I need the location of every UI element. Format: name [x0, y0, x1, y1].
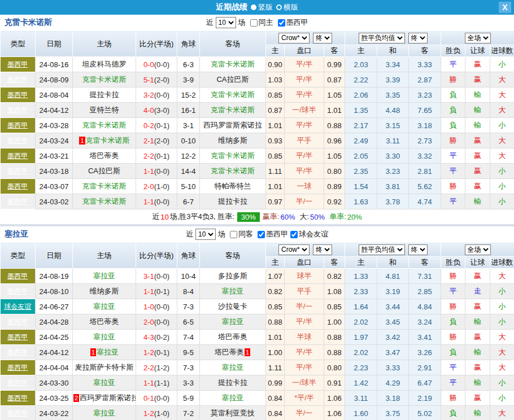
league-link[interactable]: 墨西甲: [7, 137, 28, 145]
league-link[interactable]: 墨西甲: [7, 198, 28, 205]
euro-away-odds: 7.31: [409, 269, 441, 284]
match-date: 24-08-19: [36, 269, 73, 284]
home-team: 克雷卡米诺斯: [73, 72, 136, 88]
league-link[interactable]: 墨西甲: [7, 379, 28, 387]
half-time-score: (0-1): [154, 152, 169, 160]
asia-home-odds: 0.87: [266, 103, 285, 118]
league-link[interactable]: 墨西甲: [7, 394, 28, 402]
layout-radio-landscape[interactable]: 横版: [276, 2, 298, 12]
euro-final-select[interactable]: 终: [408, 33, 428, 43]
euro-draw-odds: 3.11: [377, 133, 409, 148]
away-team: 塞拉亚: [200, 284, 266, 299]
same-venue-filter[interactable]: 同主: [248, 18, 273, 28]
handicap-text: 平/半: [296, 60, 313, 68]
match-date: 24-03-22: [36, 406, 73, 420]
league-link[interactable]: 球会友谊: [4, 303, 31, 310]
half-time-score: (1-1): [154, 379, 169, 387]
asia-home-odds: 0.93: [266, 133, 285, 148]
col-home: 主场: [73, 31, 136, 57]
league-link[interactable]: 墨西甲: [7, 60, 28, 68]
away-team: 塞拉亚: [200, 314, 266, 330]
league-link[interactable]: 墨西甲: [7, 364, 28, 371]
match-count-select[interactable]: 10: [216, 17, 236, 28]
league-link[interactable]: 墨西甲: [7, 152, 28, 160]
league-link[interactable]: 墨西甲: [7, 106, 28, 114]
result-goals: 小: [490, 194, 514, 209]
same-venue-checkbox[interactable]: [230, 231, 237, 238]
full-time-score: 1-2: [143, 348, 154, 357]
league-link[interactable]: 墨西甲: [7, 167, 28, 175]
league-checkbox[interactable]: [258, 231, 265, 238]
result-handicap: 赢: [465, 330, 490, 345]
league-link[interactable]: 墨西甲: [7, 318, 28, 326]
score: 3-2(0-0): [136, 88, 177, 103]
league-filter[interactable]: 墨西甲: [255, 229, 288, 239]
score: 1-1(0-0): [136, 164, 177, 179]
away-team: 维纳多斯: [200, 133, 266, 148]
scope-select[interactable]: 全场: [465, 244, 491, 255]
full-time-score: 0-2: [143, 121, 154, 130]
asia-handicap: 平/半: [285, 314, 324, 330]
league-link[interactable]: 墨西甲: [7, 182, 28, 190]
half-time-score: (0-0): [154, 394, 169, 403]
league-filter[interactable]: 球会友谊: [288, 229, 328, 239]
match-date: 24-03-21: [36, 148, 73, 164]
result-goals: 大: [490, 148, 514, 164]
corner-score: 3-9: [177, 72, 200, 88]
bookmaker-select[interactable]: Crow*: [278, 33, 310, 43]
full-time-score: 2-1: [143, 137, 154, 145]
corner-score: 14-4: [177, 164, 200, 179]
league-link[interactable]: 墨西甲: [7, 333, 28, 341]
league-link[interactable]: 墨西甲: [7, 287, 28, 295]
scope-select[interactable]: 全场: [465, 33, 491, 43]
result-outcome: 勝: [441, 179, 465, 194]
euro-final-select[interactable]: 终: [408, 244, 428, 255]
euro-mean-select[interactable]: 胜平负均值: [359, 33, 405, 43]
close-icon[interactable]: X: [499, 2, 511, 13]
final-odds-select[interactable]: 终: [313, 33, 332, 43]
single-rate-label: 单率:: [329, 212, 346, 222]
league-link[interactable]: 墨西甲: [7, 272, 28, 280]
final-odds-select[interactable]: 终: [313, 244, 332, 255]
euro-draw-odds: 3.18: [377, 391, 409, 406]
result-outcome: 平: [441, 375, 465, 391]
match-row: 墨西甲24-08-04提拉卡拉3-2(0-0)15-2克雷卡米诺斯0.85平/半…: [1, 88, 514, 103]
asia-home-odds: 0.82: [266, 284, 285, 299]
euro-mean-select[interactable]: 胜平负均值: [359, 244, 405, 255]
result-goals: 大: [490, 88, 514, 103]
league-checkbox[interactable]: [290, 231, 298, 238]
asia-handicap: 平/半: [285, 148, 324, 164]
score: 4-3(0-2): [136, 330, 177, 345]
euro-draw-odds: 4.48: [377, 103, 409, 118]
result-handicap: 赢: [465, 179, 490, 194]
euro-home-odds: 2.23: [345, 360, 377, 375]
bookmaker-select[interactable]: Crow*: [278, 244, 310, 255]
league-link[interactable]: 墨西甲: [7, 76, 28, 84]
league-link[interactable]: 墨西甲: [7, 121, 28, 129]
league-link[interactable]: 墨西甲: [7, 409, 28, 417]
league-filter[interactable]: 墨西甲: [276, 18, 308, 28]
handicap-text: 半球: [297, 333, 312, 341]
team-title: 克雷卡米诺斯: [5, 18, 52, 28]
match-type: 墨西甲: [1, 118, 36, 133]
away-team-name: 多拉多斯: [218, 272, 247, 280]
league-link[interactable]: 墨西甲: [7, 91, 28, 99]
home-team: 维纳多斯: [73, 284, 136, 299]
league-checkbox[interactable]: [278, 19, 285, 27]
full-time-score: 1-1: [143, 167, 154, 176]
layout-radio-portrait[interactable]: 竖版: [251, 2, 273, 12]
match-count-select[interactable]: 10: [195, 229, 216, 240]
home-team: 1克雷卡米诺斯: [73, 133, 136, 148]
score: 2-2(1-2): [136, 360, 177, 375]
handicap-text: 平/半: [296, 90, 313, 99]
score: 1-2(1-0): [136, 406, 177, 420]
result-goals: 小: [490, 164, 514, 179]
same-venue-filter[interactable]: 同客: [228, 229, 253, 239]
league-link[interactable]: 墨西甲: [7, 348, 28, 356]
same-venue-checkbox[interactable]: [250, 19, 258, 27]
home-team-name: CA拉巴斯: [88, 167, 120, 175]
home-team-name: 西玛罗雷斯索诺拉: [80, 393, 136, 402]
sub-euro-home: 主: [345, 45, 377, 57]
handicap-text: 平/半: [296, 167, 313, 175]
home-team-name: 塞拉亚: [93, 378, 115, 387]
